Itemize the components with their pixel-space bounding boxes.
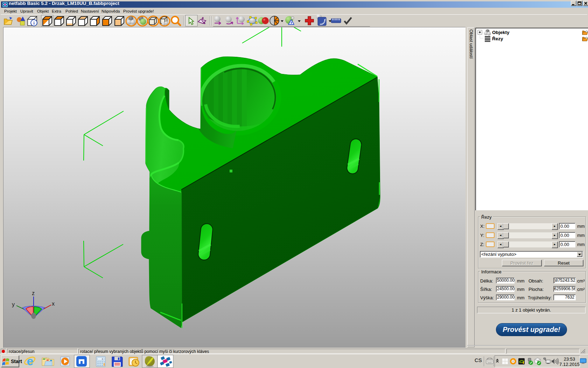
svg-text:y: y: [12, 301, 15, 307]
svg-text:i: i: [33, 20, 35, 26]
svg-text:e: e: [27, 354, 34, 368]
svg-text:x: x: [52, 301, 55, 307]
svg-text:Řezy: Řezy: [492, 36, 503, 41]
svg-text:Objekty: Objekty: [492, 30, 510, 35]
svg-text:z: z: [32, 290, 35, 296]
svg-text:0: 0: [102, 358, 103, 360]
